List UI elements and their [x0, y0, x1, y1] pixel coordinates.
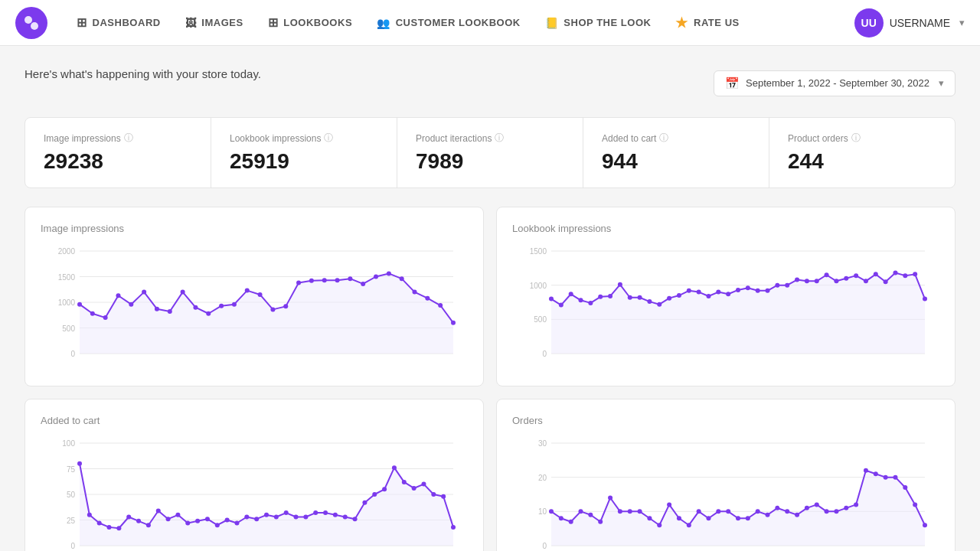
svg-point-164	[726, 509, 730, 514]
svg-point-68	[726, 292, 730, 296]
svg-point-85	[893, 271, 897, 276]
svg-point-52	[569, 292, 573, 296]
svg-point-159	[677, 516, 681, 520]
nav-item-dashboard[interactable]: ⊞ DASHBOARD	[66, 9, 172, 36]
nav-label-shop-the-look: SHOP THE LOOK	[564, 17, 651, 28]
app-logo[interactable]	[15, 7, 47, 39]
svg-point-147	[559, 516, 564, 520]
chart-title: Lookbook impressions	[512, 223, 939, 234]
nav-item-rate-us[interactable]: ★ RATE US	[665, 8, 750, 37]
stats-row: Image impressions ⓘ 29238 Lookbook impre…	[24, 117, 956, 188]
svg-point-80	[844, 276, 848, 281]
svg-point-59	[638, 295, 642, 300]
chevron-down-icon[interactable]: ▾	[959, 17, 965, 28]
svg-point-135	[431, 492, 436, 497]
help-icon[interactable]: ⓘ	[324, 132, 333, 145]
svg-point-33	[348, 276, 352, 281]
svg-point-100	[87, 513, 92, 517]
chart-svg: 2000150010005000	[41, 245, 468, 367]
svg-text:50: 50	[67, 491, 76, 499]
svg-point-54	[588, 301, 593, 305]
svg-point-180	[884, 475, 888, 480]
svg-point-165	[736, 516, 740, 520]
svg-point-120	[284, 510, 289, 515]
svg-point-152	[608, 495, 612, 500]
chart-title: Image impressions	[41, 223, 468, 234]
svg-text:500: 500	[534, 315, 547, 324]
svg-point-157	[657, 523, 662, 527]
svg-point-158	[667, 502, 671, 507]
svg-point-20	[181, 290, 185, 295]
nav-item-images[interactable]: 🖼 IMAGES	[175, 11, 254, 35]
chart-title: Added to cart	[41, 415, 468, 426]
svg-point-58	[628, 295, 632, 300]
nav-item-lookbooks[interactable]: ⊞ LOOKBOOKS	[257, 9, 363, 36]
svg-point-72	[766, 289, 770, 293]
stat-label: Added to cart ⓘ	[602, 132, 750, 145]
chart-card-0: Image impressions 2000150010005000	[24, 207, 484, 386]
svg-point-26	[258, 292, 263, 297]
dashboard-icon: ⊞	[77, 15, 87, 30]
svg-point-28	[283, 304, 288, 308]
chart-card-2: Added to cart 1007550250	[24, 399, 484, 551]
svg-point-169	[775, 506, 779, 510]
svg-point-63	[677, 293, 681, 298]
svg-text:25: 25	[67, 517, 76, 525]
stat-item-0: Image impressions ⓘ 29238	[25, 118, 211, 187]
stat-value: 244	[788, 149, 936, 174]
help-icon[interactable]: ⓘ	[851, 132, 861, 145]
nav-label-images: IMAGES	[201, 17, 243, 28]
svg-point-133	[412, 486, 416, 491]
avatar[interactable]: UU	[854, 8, 884, 37]
svg-point-70	[746, 285, 750, 290]
svg-point-162	[706, 516, 710, 520]
svg-point-73	[775, 283, 779, 288]
chart-svg: 150010005000	[512, 245, 939, 367]
svg-point-172	[805, 506, 809, 510]
svg-text:20: 20	[538, 474, 547, 482]
svg-point-29	[296, 281, 301, 285]
svg-point-75	[795, 278, 799, 282]
nav-label-rate-us: RATE US	[694, 17, 740, 28]
svg-point-174	[825, 509, 829, 514]
svg-point-136	[441, 494, 446, 499]
nav-label-customer-lookbook: CUSTOMER LOOKBOOK	[396, 17, 521, 28]
stat-label: Lookbook impressions ⓘ	[230, 132, 378, 145]
help-icon[interactable]: ⓘ	[124, 132, 133, 145]
svg-point-161	[697, 509, 701, 514]
nav-item-shop-the-look[interactable]: 📒 SHOP THE LOOK	[534, 11, 662, 35]
svg-point-130	[382, 487, 387, 491]
star-icon: ★	[675, 15, 688, 31]
date-picker[interactable]: 📅 September 1, 2022 - September 30, 2022…	[714, 70, 956, 96]
svg-point-36	[387, 271, 391, 276]
svg-point-39	[425, 296, 430, 301]
svg-point-61	[657, 302, 662, 307]
chart-title: Orders	[512, 415, 939, 426]
stat-label: Product orders ⓘ	[788, 132, 936, 145]
svg-point-116	[244, 514, 249, 519]
stat-value: 25919	[230, 149, 378, 174]
svg-point-128	[362, 500, 367, 505]
svg-point-1	[31, 22, 38, 30]
svg-point-87	[913, 272, 917, 276]
nav-item-customer-lookbook[interactable]: 👥 CUSTOMER LOOKBOOK	[366, 11, 531, 35]
date-header: Here's what's happening with your store …	[24, 67, 956, 99]
svg-point-76	[805, 279, 809, 283]
svg-point-103	[116, 526, 121, 530]
chart-svg: 3020100	[512, 437, 939, 551]
svg-point-127	[353, 517, 358, 521]
date-range-label: September 1, 2022 - September 30, 2022	[746, 77, 929, 89]
svg-point-34	[361, 282, 365, 286]
svg-point-181	[893, 475, 897, 480]
nav-label-lookbooks: LOOKBOOKS	[283, 17, 352, 28]
svg-point-23	[219, 304, 224, 308]
help-icon[interactable]: ⓘ	[495, 132, 504, 145]
main-content: Here's what's happening with your store …	[0, 46, 980, 551]
svg-point-64	[687, 289, 691, 293]
svg-point-134	[421, 482, 426, 487]
svg-point-71	[756, 289, 760, 293]
svg-text:75: 75	[67, 465, 76, 474]
nav-label-dashboard: DASHBOARD	[93, 17, 161, 28]
help-icon[interactable]: ⓘ	[659, 132, 668, 145]
svg-point-38	[413, 290, 417, 295]
